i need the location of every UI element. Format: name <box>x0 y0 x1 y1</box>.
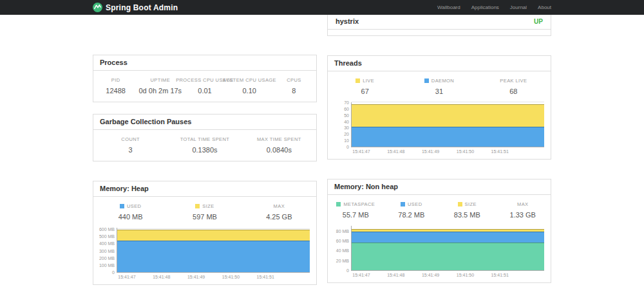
right-column: hystrix UP Threads LIVE 67 <box>327 15 551 283</box>
legend-swatch <box>195 204 200 208</box>
legend-swatch <box>355 78 360 83</box>
legend-item: USED 440 MB <box>93 203 167 221</box>
legend-label: USED <box>127 203 141 209</box>
stat-value: 0.0840s <box>267 146 292 154</box>
dashboard-content: Process PID 12488 UPTIME <box>93 15 551 285</box>
nonheap-card: Memory: Non heap METASPACE 55.7 MB <box>327 179 551 283</box>
stat-value: 0.10 <box>243 87 256 95</box>
spring-boot-admin-logo-icon <box>93 3 102 12</box>
legend-label: MAX <box>517 201 528 207</box>
legend-item: SIZE 597 MB <box>167 203 242 221</box>
stat-label-row: COUNT <box>121 136 140 142</box>
legend-item: MAX 1.33 GB <box>495 201 551 219</box>
legend-item: DAEMON 31 <box>402 78 476 95</box>
threads-card-title: Threads <box>328 56 551 71</box>
stat-label: CPUS <box>287 77 301 83</box>
heap-chart-plot: 0100 MB200 MB300 MB400 MB500 MB600 MB15:… <box>117 228 310 273</box>
health-item-hystrix[interactable]: hystrix UP <box>328 15 551 30</box>
nav-link[interactable]: About <box>538 5 551 10</box>
stat: SYSTEM CPU USAGE 0.10 <box>227 77 272 95</box>
legend-label-row: MAX <box>517 201 528 207</box>
stat-label-row: MAX TIME SPENT <box>257 136 301 142</box>
threads-chart-plot: 01020304050607015:41:4715:41:4815:41:491… <box>351 102 544 147</box>
legend-label: SIZE <box>465 201 477 207</box>
health-item-name: hystrix <box>336 17 359 25</box>
threads-legend: LIVE 67 DAEMON 31 <box>328 71 551 102</box>
gc-stats: COUNT 3 TOTAL TIME SPENT 0.1380s <box>93 130 316 161</box>
stat-label-row: CPUS <box>287 77 301 83</box>
legend-swatch <box>401 202 405 207</box>
legend-label: LIVE <box>363 78 374 84</box>
nonheap-chart-plot: 020 MB40 MB60 MB80 MB15:41:4715:41:4815:… <box>351 226 544 271</box>
legend-value: 83.5 MB <box>454 211 480 219</box>
legend-value: 1.33 GB <box>510 211 536 219</box>
nav-link[interactable]: Journal <box>510 5 527 10</box>
stat: MAX TIME SPENT 0.0840s <box>242 136 316 154</box>
legend-item: PEAK LIVE 68 <box>477 78 551 95</box>
legend-item: SIZE 83.5 MB <box>439 201 495 219</box>
stat-label-row: TOTAL TIME SPENT <box>180 136 230 142</box>
legend-item: USED 78.2 MB <box>384 201 440 219</box>
stat: COUNT 3 <box>93 136 167 154</box>
legend-label-row: PEAK LIVE <box>500 78 527 84</box>
legend-label: MAX <box>274 203 285 209</box>
stat: CPUS 8 <box>272 77 316 95</box>
nav-link[interactable]: Wallboard <box>437 5 460 10</box>
stat-value: 0.1380s <box>192 146 217 154</box>
navbar: Spring Boot Admin Wallboard Applications… <box>0 0 644 15</box>
brand-link[interactable]: Spring Boot Admin <box>93 3 178 12</box>
legend-value: 4.25 GB <box>266 213 292 221</box>
legend-item: METASPACE 55.7 MB <box>328 201 384 219</box>
legend-item: MAX 4.25 GB <box>242 203 316 221</box>
legend-swatch <box>120 204 124 208</box>
brand-title: Spring Boot Admin <box>106 3 178 12</box>
stat-label-row: PID <box>111 77 120 83</box>
threads-chart: 01020304050607015:41:4715:41:4815:41:491… <box>328 102 551 159</box>
stat-label: COUNT <box>121 136 140 142</box>
heap-legend: USED 440 MB SIZE 597 MB <box>93 197 316 228</box>
legend-label-row: DAEMON <box>424 78 454 84</box>
nav-link[interactable]: Applications <box>471 5 499 10</box>
heap-card-title: Memory: Heap <box>93 181 316 197</box>
stat-label-row: UPTIME <box>150 77 170 83</box>
gc-card: Garbage Collection Pauses COUNT 3 <box>93 114 317 161</box>
heap-card: Memory: Heap USED 440 MB SIZE <box>93 181 317 285</box>
stat: PID 12488 <box>93 77 138 95</box>
process-stats: PID 12488 UPTIME 0d 0h 2m 17s <box>93 71 316 102</box>
legend-label: PEAK LIVE <box>500 78 527 84</box>
heap-chart: 0100 MB200 MB300 MB400 MB500 MB600 MB15:… <box>93 228 316 284</box>
process-card: Process PID 12488 UPTIME <box>93 55 317 102</box>
left-column: Process PID 12488 UPTIME <box>93 15 317 285</box>
stat-value: 8 <box>292 87 296 95</box>
gc-card-title: Garbage Collection Pauses <box>93 115 316 130</box>
legend-item: LIVE 67 <box>328 78 402 95</box>
legend-swatch <box>424 78 429 83</box>
legend-label-row: SIZE <box>458 201 477 207</box>
stat-label: UPTIME <box>150 77 170 83</box>
stat-label: MAX TIME SPENT <box>257 136 301 142</box>
stat-value: 0.01 <box>198 87 211 95</box>
stat-label-row: SYSTEM CPU USAGE <box>222 77 276 83</box>
health-card: hystrix UP <box>327 15 551 36</box>
navbar-inner: Spring Boot Admin Wallboard Applications… <box>93 0 551 15</box>
legend-label: USED <box>408 201 422 207</box>
legend-label-row: SIZE <box>195 203 214 209</box>
stat-label: SYSTEM CPU USAGE <box>222 77 276 83</box>
threads-card: Threads LIVE 67 DAEMON <box>327 55 551 160</box>
stat-value: 12488 <box>106 87 126 95</box>
legend-value: 440 MB <box>118 213 143 221</box>
legend-label: DAEMON <box>431 78 454 84</box>
legend-label: SIZE <box>202 203 214 209</box>
legend-swatch <box>458 202 462 207</box>
legend-label-row: MAX <box>274 203 285 209</box>
stat-value: 3 <box>129 146 133 154</box>
legend-label: METASPACE <box>343 201 375 207</box>
legend-swatch <box>336 202 341 207</box>
legend-value: 78.2 MB <box>398 211 424 219</box>
nonheap-legend: METASPACE 55.7 MB USED 78.2 MB <box>328 195 551 226</box>
legend-label-row: USED <box>120 203 141 209</box>
legend-label-row: LIVE <box>355 78 374 84</box>
stat-value: 0d 0h 2m 17s <box>138 87 182 95</box>
legend-label-row: METASPACE <box>336 201 375 207</box>
nonheap-card-title: Memory: Non heap <box>328 179 551 195</box>
